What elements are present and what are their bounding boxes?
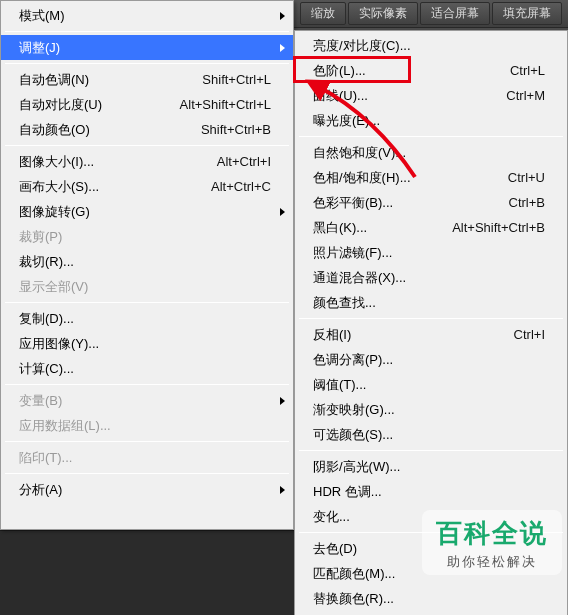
- image-menu-item-0[interactable]: 模式(M): [1, 3, 293, 28]
- menu-item-label: 曝光度(E)...: [313, 112, 545, 130]
- adjustments-item-16[interactable]: 渐变映射(G)...: [295, 397, 567, 422]
- image-menu-item-22: 陷印(T)...: [1, 445, 293, 470]
- adjustments-item-3[interactable]: 曝光度(E)...: [295, 108, 567, 133]
- menu-item-label: 计算(C)...: [19, 360, 271, 378]
- adjustments-submenu: 亮度/对比度(C)...色阶(L)...Ctrl+L曲线(U)...Ctrl+M…: [294, 30, 568, 615]
- submenu-arrow-icon: [280, 12, 285, 20]
- menu-item-label: 反相(I): [313, 326, 514, 344]
- menu-item-label: 亮度/对比度(C)...: [313, 37, 545, 55]
- image-menu-separator: [5, 145, 289, 146]
- adjustments-item-8[interactable]: 黑白(K)...Alt+Shift+Ctrl+B: [295, 215, 567, 240]
- menu-item-label: 色阶(L)...: [313, 62, 510, 80]
- image-menu-item-8[interactable]: 图像大小(I)...Alt+Ctrl+I: [1, 149, 293, 174]
- submenu-arrow-icon: [280, 44, 285, 52]
- menu-item-label: 阴影/高光(W)...: [313, 458, 545, 476]
- adjustments-item-7[interactable]: 色彩平衡(B)...Ctrl+B: [295, 190, 567, 215]
- adjustments-item-5[interactable]: 自然饱和度(V)...: [295, 140, 567, 165]
- image-menu-item-4[interactable]: 自动色调(N)Shift+Ctrl+L: [1, 67, 293, 92]
- adjustments-item-6[interactable]: 色相/饱和度(H)...Ctrl+U: [295, 165, 567, 190]
- adjustments-item-2[interactable]: 曲线(U)...Ctrl+M: [295, 83, 567, 108]
- menu-item-label: 阈值(T)...: [313, 376, 545, 394]
- adjustments-item-17[interactable]: 可选颜色(S)...: [295, 422, 567, 447]
- menu-item-label: 渐变映射(G)...: [313, 401, 545, 419]
- menu-item-label: 分析(A): [19, 481, 271, 499]
- toolbar-btn-fillscreen[interactable]: 填充屏幕: [492, 2, 562, 25]
- menu-item-label: HDR 色调...: [313, 483, 545, 501]
- adjustments-separator: [299, 532, 563, 533]
- adjustments-item-10[interactable]: 通道混合器(X)...: [295, 265, 567, 290]
- menu-item-label: 裁切(R)...: [19, 253, 271, 271]
- adjustments-item-11[interactable]: 颜色查找...: [295, 290, 567, 315]
- adjustments-item-24[interactable]: 匹配颜色(M)...: [295, 561, 567, 586]
- menu-item-label: 去色(D): [313, 540, 545, 558]
- menu-item-label: 变化...: [313, 508, 545, 526]
- menu-item-label: 模式(M): [19, 7, 271, 25]
- image-menu-separator: [5, 302, 289, 303]
- menu-item-label: 画布大小(S)...: [19, 178, 211, 196]
- toolbar-btn-actualpixels[interactable]: 实际像素: [348, 2, 418, 25]
- menu-item-label: 色彩平衡(B)...: [313, 194, 509, 212]
- menu-item-shortcut: Ctrl+M: [506, 88, 545, 103]
- menu-item-label: 应用数据组(L)...: [19, 417, 271, 435]
- menu-item-label: 复制(D)...: [19, 310, 271, 328]
- menu-item-label: 黑白(K)...: [313, 219, 452, 237]
- image-menu-item-2[interactable]: 调整(J): [1, 35, 293, 60]
- adjustments-item-23[interactable]: 去色(D): [295, 536, 567, 561]
- menu-item-label: 匹配颜色(M)...: [313, 565, 545, 583]
- image-menu-item-13: 显示全部(V): [1, 274, 293, 299]
- menu-item-shortcut: Alt+Shift+Ctrl+L: [180, 97, 271, 112]
- menu-item-label: 调整(J): [19, 39, 271, 57]
- image-menu-item-17[interactable]: 计算(C)...: [1, 356, 293, 381]
- menu-item-label: 替换颜色(R)...: [313, 590, 545, 608]
- menu-item-label: 显示全部(V): [19, 278, 271, 296]
- adjustments-item-19[interactable]: 阴影/高光(W)...: [295, 454, 567, 479]
- adjustments-item-13[interactable]: 反相(I)Ctrl+I: [295, 322, 567, 347]
- menu-item-shortcut: Alt+Shift+Ctrl+B: [452, 220, 545, 235]
- adjustments-item-9[interactable]: 照片滤镜(F)...: [295, 240, 567, 265]
- canvas-area: [0, 530, 294, 615]
- menu-item-label: 色相/饱和度(H)...: [313, 169, 508, 187]
- menu-item-shortcut: Ctrl+B: [509, 195, 545, 210]
- adjustments-item-21[interactable]: 变化...: [295, 504, 567, 529]
- image-menu-separator: [5, 63, 289, 64]
- image-menu: 模式(M)调整(J)自动色调(N)Shift+Ctrl+L自动对比度(U)Alt…: [0, 0, 294, 530]
- image-menu-item-10[interactable]: 图像旋转(G): [1, 199, 293, 224]
- image-menu-item-6[interactable]: 自动颜色(O)Shift+Ctrl+B: [1, 117, 293, 142]
- toolbar-btn-fitscreen[interactable]: 适合屏幕: [420, 2, 490, 25]
- menu-item-label: 色调分离(P)...: [313, 351, 545, 369]
- menu-item-shortcut: Ctrl+U: [508, 170, 545, 185]
- menu-item-label: 自然饱和度(V)...: [313, 144, 545, 162]
- adjustments-item-26[interactable]: 色调均化(Q): [295, 611, 567, 615]
- submenu-arrow-icon: [280, 208, 285, 216]
- adjustments-item-25[interactable]: 替换颜色(R)...: [295, 586, 567, 611]
- image-menu-separator: [5, 441, 289, 442]
- image-menu-item-11: 裁剪(P): [1, 224, 293, 249]
- image-menu-item-9[interactable]: 画布大小(S)...Alt+Ctrl+C: [1, 174, 293, 199]
- image-menu-item-15[interactable]: 复制(D)...: [1, 306, 293, 331]
- submenu-arrow-icon: [280, 397, 285, 405]
- image-menu-separator: [5, 384, 289, 385]
- menu-item-shortcut: Alt+Ctrl+I: [217, 154, 271, 169]
- image-menu-item-16[interactable]: 应用图像(Y)...: [1, 331, 293, 356]
- image-menu-separator: [5, 473, 289, 474]
- menu-item-label: 裁剪(P): [19, 228, 271, 246]
- adjustments-separator: [299, 450, 563, 451]
- menu-item-label: 照片滤镜(F)...: [313, 244, 545, 262]
- menu-item-label: 可选颜色(S)...: [313, 426, 545, 444]
- menu-item-label: 陷印(T)...: [19, 449, 271, 467]
- menu-item-shortcut: Shift+Ctrl+B: [201, 122, 271, 137]
- image-menu-item-5[interactable]: 自动对比度(U)Alt+Shift+Ctrl+L: [1, 92, 293, 117]
- adjustments-item-15[interactable]: 阈值(T)...: [295, 372, 567, 397]
- adjustments-item-20[interactable]: HDR 色调...: [295, 479, 567, 504]
- adjustments-item-14[interactable]: 色调分离(P)...: [295, 347, 567, 372]
- menu-item-label: 自动对比度(U): [19, 96, 180, 114]
- image-menu-item-12[interactable]: 裁切(R)...: [1, 249, 293, 274]
- menu-item-label: 应用图像(Y)...: [19, 335, 271, 353]
- menu-item-label: 自动颜色(O): [19, 121, 201, 139]
- menu-item-shortcut: Shift+Ctrl+L: [202, 72, 271, 87]
- toolbar-btn-zoom[interactable]: 缩放: [300, 2, 346, 25]
- adjustments-item-0[interactable]: 亮度/对比度(C)...: [295, 33, 567, 58]
- image-menu-item-24[interactable]: 分析(A): [1, 477, 293, 502]
- image-menu-separator: [5, 31, 289, 32]
- adjustments-item-1[interactable]: 色阶(L)...Ctrl+L: [295, 58, 567, 83]
